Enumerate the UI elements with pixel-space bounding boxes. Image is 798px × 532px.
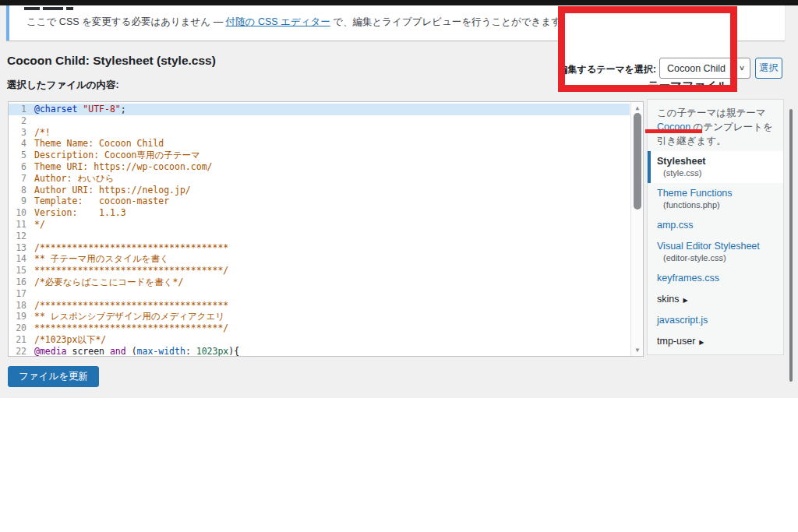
code-text: @charset "UTF-8"; [32,104,126,115]
code-editor[interactable]: 1@charset "UTF-8";23/*!4Theme Name: Coco… [8,101,644,357]
file-item-stylesheet[interactable]: Stylesheet(style.css) [648,151,783,183]
file-item-label: keyframes.css [657,273,775,284]
chevron-down-icon: ∨ [739,64,745,72]
file-item-filename: (functions.php) [657,199,775,210]
editor-scrollbar-thumb[interactable] [634,113,641,210]
theme-files-panel: この子テーマは親テーマ Cocoon のテンプレートを引き継ぎます。 Style… [647,99,784,355]
line-number: 8 [9,185,32,196]
notice-text-before: ここで CSS を変更する必要はありません — [26,16,226,27]
code-line[interactable]: 1@charset "UTF-8"; [9,104,630,115]
file-item-label: amp.css [657,220,775,231]
code-text: Theme URI: https://wp-cocoon.com/ [32,161,212,173]
css-editor-link[interactable]: 付随の CSS エディター [226,16,330,27]
notice-text-after: で、編集とライブプレビューを行うことができます。 [330,16,571,27]
code-text: Template: cocoon-master [32,196,169,207]
line-number: 16 [9,277,32,288]
code-text: /*1023px以下*/ [32,334,106,346]
code-line[interactable]: 4Theme Name: Cocoon Child [9,138,630,150]
file-item-label: Stylesheet [657,156,775,167]
code-line[interactable]: 12 [9,231,630,242]
code-text: Author URI: https://nelog.jp/ [32,185,191,196]
code-line[interactable]: 7Author: わいひら [9,173,630,185]
line-number: 1 [9,104,32,115]
line-number: 4 [9,138,32,150]
file-item-label: skins▶ [657,294,775,305]
line-number: 5 [9,150,32,161]
scroll-up-icon[interactable]: ▲ [631,104,644,111]
code-line[interactable]: 20***********************************/ [9,322,630,334]
scroll-down-icon[interactable]: ▼ [631,347,644,354]
line-number: 17 [9,288,32,300]
line-number: 9 [9,196,32,207]
code-text: /*********************************** [32,300,228,312]
code-text: Theme Name: Cocoon Child [32,138,164,150]
line-number: 20 [9,322,32,334]
line-number: 11 [9,219,32,231]
file-item-amp-css[interactable]: amp.css [648,215,783,236]
code-line[interactable]: 14** 子テーマ用のスタイルを書く [9,253,630,265]
select-theme-button[interactable]: 選択 [755,58,782,79]
code-line[interactable]: 19** レスポンシブデザイン用のメディアクエリ [9,311,630,322]
line-number: 10 [9,207,32,219]
file-item-label: Theme Functions [657,188,775,199]
code-line[interactable]: 9Template: cocoon-master [9,196,630,207]
code-text: /*********************************** [32,242,228,254]
code-line[interactable]: 16/*必要ならばここにコードを書く*/ [9,277,630,288]
code-line[interactable]: 10Version: 1.1.3 [9,207,630,219]
code-text: */ [32,219,45,231]
code-line[interactable]: 18/*********************************** [9,300,630,312]
line-number: 2 [9,115,32,127]
file-list: Stylesheet(style.css)Theme Functions(fun… [648,151,783,352]
code-line[interactable]: 8Author URI: https://nelog.jp/ [9,185,630,196]
code-line[interactable]: 2 [9,115,630,127]
code-text: Description: Cocoon専用の子テーマ [32,150,200,161]
code-text [32,231,34,242]
code-text: ** レスポンシブデザイン用のメディアクエリ [32,311,224,322]
code-lines[interactable]: 1@charset "UTF-8";23/*!4Theme Name: Coco… [9,104,630,357]
code-line[interactable]: 22@media screen and (max-width: 1023px){ [9,346,630,357]
line-number: 19 [9,311,32,322]
file-item-visual-editor-stylesheet[interactable]: Visual Editor Stylesheet(editor-style.cs… [648,236,783,268]
code-line[interactable]: 15***********************************/ [9,265,630,277]
file-item-skins[interactable]: skins▶ [648,289,783,310]
update-file-button[interactable]: ファイルを更新 [8,366,99,387]
theme-editor-page: ここで CSS を変更する必要はありません — 付随の CSS エディター で、… [0,0,798,532]
code-text: ***********************************/ [32,322,228,334]
top-black-bar [0,0,798,5]
red-annotation-underline [645,129,702,133]
line-number: 18 [9,300,32,312]
file-item-label: tmp-user▶ [657,336,775,347]
page-title: Cocoon Child: Stylesheet (style.css) [7,54,216,68]
code-line[interactable]: 3/*! [9,127,630,139]
code-line[interactable]: 17 [9,288,630,300]
folder-arrow-icon: ▶ [699,339,704,346]
code-text: @media screen and (max-width: 1023px){ [32,346,239,357]
file-item-theme-functions[interactable]: Theme Functions(functions.php) [648,183,783,215]
line-number: 6 [9,161,32,173]
code-line[interactable]: 5Description: Cocoon専用の子テーマ [9,150,630,161]
file-item-javascript-js[interactable]: javascript.js [648,310,783,331]
code-line[interactable]: 6Theme URI: https://wp-cocoon.com/ [9,161,630,173]
line-number: 15 [9,265,32,277]
line-number: 13 [9,242,32,254]
line-number: 14 [9,253,32,265]
code-line[interactable]: 11*/ [9,219,630,231]
line-number: 7 [9,173,32,185]
code-text: Version: 1.1.3 [32,207,126,219]
file-item-filename: (style.css) [657,167,775,178]
code-text [32,288,34,300]
red-annotation-rectangle [558,6,737,92]
folder-arrow-icon: ▶ [683,297,687,304]
code-text: /*必要ならばここにコードを書く*/ [32,277,183,288]
line-number: 21 [9,334,32,346]
page-scrollbar-thumb[interactable] [789,109,793,382]
code-line[interactable]: 13/*********************************** [9,242,630,254]
file-item-label: Visual Editor Stylesheet [657,241,775,252]
editor-scrollbar[interactable]: ▲ ▼ [630,102,643,356]
line-number: 3 [9,127,32,139]
line-number: 12 [9,231,32,242]
file-item-tmp-user[interactable]: tmp-user▶ [648,331,783,352]
code-text [32,115,34,127]
file-item-keyframes-css[interactable]: keyframes.css [648,268,783,289]
code-line[interactable]: 21/*1023px以下*/ [9,334,630,346]
